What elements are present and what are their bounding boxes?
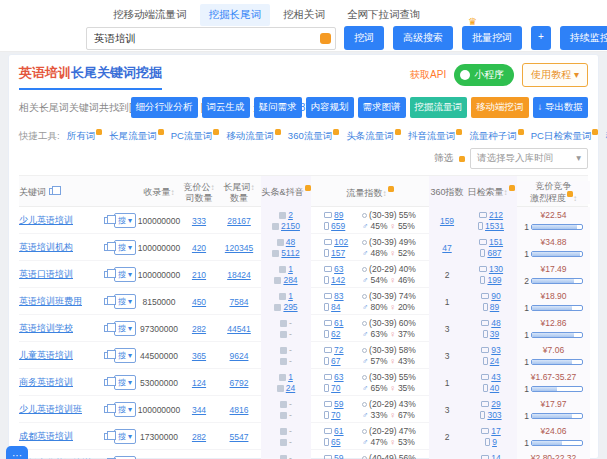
action-button-2[interactable]: 疑问需求 (254, 97, 302, 118)
col-header-bidders[interactable]: 竞价公↕司数量 (181, 182, 217, 203)
toutiao-value-link[interactable]: 2 (288, 210, 293, 220)
mobile-daily-search-link[interactable]: 303 (487, 410, 501, 420)
copy-icon[interactable] (104, 244, 111, 251)
toolbar-button-4[interactable]: 持续监控 (560, 26, 607, 50)
keyword-link[interactable]: 英语口语培训 (19, 268, 73, 281)
pc-flow-index-link[interactable]: 61 (334, 318, 343, 328)
keyword-link[interactable]: 少儿英语培训 (19, 214, 73, 227)
keyword-link[interactable]: 成都英语培训 (19, 430, 73, 443)
pc-daily-search-link[interactable]: 93 (491, 345, 500, 355)
col-header-flow-index[interactable]: 流量指数↕ (311, 186, 429, 199)
get-api-link[interactable]: 获取API (410, 68, 446, 82)
longtail-count-link[interactable]: 5547 (230, 432, 249, 442)
pc-daily-search-link[interactable]: 17 (491, 426, 500, 436)
pc-daily-search-link[interactable]: 212 (489, 210, 503, 220)
quick-tool-2[interactable]: PC流量词 (171, 130, 213, 141)
keyword-search-button[interactable]: 搜 ▾ (114, 321, 136, 336)
pc-daily-search-link[interactable]: 48 (491, 318, 500, 328)
keyword-search-button[interactable]: 搜 ▾ (114, 429, 136, 444)
pc-daily-search-link[interactable]: 43 (491, 372, 500, 382)
tab-1[interactable]: 挖掘长尾词 (200, 4, 271, 26)
action-button-0[interactable]: 细分行业分析 (131, 97, 198, 118)
pc-flow-index-link[interactable]: 61 (334, 426, 343, 436)
bidder-count-link[interactable]: 124 (192, 378, 206, 388)
toutiao-value-link[interactable]: 1 (288, 372, 293, 382)
tab-3[interactable]: 全网下拉词查询 (338, 4, 430, 26)
toolbar-button-3[interactable]: + (531, 26, 551, 50)
pc-daily-search-link[interactable]: 151 (489, 237, 503, 247)
pc-flow-index-link[interactable]: 59 (334, 399, 343, 409)
bidder-count-link[interactable]: 333 (192, 216, 206, 226)
index-360-link[interactable]: 159 (440, 216, 454, 226)
pc-daily-search-link[interactable]: 90 (491, 291, 500, 301)
mobile-flow-index-link[interactable]: 659 (331, 221, 345, 231)
mobile-daily-search-link[interactable]: 199 (487, 275, 501, 285)
mobile-daily-search-link[interactable]: 1531 (485, 221, 504, 231)
longtail-count-link[interactable]: 28167 (227, 216, 251, 226)
mobile-flow-index-link[interactable]: 67 (331, 356, 340, 366)
mobile-flow-index-link[interactable]: 142 (331, 275, 345, 285)
toutiao-value-link[interactable]: 48 (286, 237, 295, 247)
quick-tool-4[interactable]: 360流量词 (288, 130, 332, 141)
longtail-count-link[interactable]: 7584 (230, 297, 249, 307)
quick-tool-6[interactable]: 抖音流量词 (408, 130, 456, 141)
col-header-bid-competition[interactable]: 竞价竞争激烈程度↕ (517, 181, 590, 204)
longtail-count-link[interactable]: 6792 (230, 378, 249, 388)
mobile-flow-index-link[interactable]: 157 (331, 248, 345, 258)
tab-0[interactable]: 挖移动端流量词 (104, 4, 196, 26)
keyword-link[interactable]: 英语培训班费用 (19, 295, 82, 308)
mobile-daily-search-link[interactable]: 24 (490, 356, 499, 366)
action-button-3[interactable]: 内容规划 (306, 97, 354, 118)
bidder-count-link[interactable]: 282 (192, 432, 206, 442)
pc-flow-index-link[interactable]: 83 (334, 291, 343, 301)
pc-flow-index-link[interactable]: 102 (334, 237, 348, 247)
mobile-daily-search-link[interactable]: 687 (487, 248, 501, 258)
action-button-5[interactable]: 挖掘流量词 (410, 97, 468, 118)
action-button-7[interactable]: ↓ 导出数据 (533, 97, 588, 118)
keyword-link[interactable]: 商务英语培训 (19, 376, 73, 389)
mobile-daily-search-link[interactable]: 40 (490, 383, 499, 393)
toutiao-value-link[interactable]: 1 (288, 264, 293, 274)
action-button-4[interactable]: 需求图谱 (358, 97, 406, 118)
tutorial-button[interactable]: 使用教程 ▾ (522, 63, 588, 87)
mobile-daily-search-link[interactable]: 9 (492, 437, 497, 447)
mobile-flow-index-link[interactable]: 84 (331, 302, 340, 312)
pc-daily-search-link[interactable]: 29 (491, 399, 500, 409)
keyword-link[interactable]: 儿童英语培训 (19, 349, 73, 362)
longtail-count-link[interactable]: 9624 (230, 351, 249, 361)
keyword-search-button[interactable]: 搜 ▾ (114, 213, 136, 228)
index-360-link[interactable]: 47 (442, 243, 451, 253)
miniapp-button[interactable]: 小程序 (454, 64, 514, 86)
bidder-count-link[interactable]: 420 (192, 243, 206, 253)
pc-flow-index-link[interactable]: 63 (334, 264, 343, 274)
bidder-count-link[interactable]: 210 (192, 270, 206, 280)
douyin-value-link[interactable]: 24 (286, 383, 295, 393)
copy-icon[interactable] (104, 325, 111, 332)
quick-tool-3[interactable]: 移动流量词 (226, 130, 274, 141)
toolbar-button-0[interactable]: 挖词 (344, 26, 384, 50)
mobile-flow-index-link[interactable]: 62 (331, 329, 340, 339)
keyword-search-input[interactable] (87, 29, 335, 50)
bidder-count-link[interactable]: 450 (192, 297, 206, 307)
tab-2[interactable]: 挖相关词 (274, 4, 334, 26)
pc-flow-index-link[interactable]: 59 (334, 453, 343, 459)
quick-tool-7[interactable]: 流量种子词 (469, 130, 517, 141)
input-extra-icon[interactable] (320, 33, 331, 44)
pc-flow-index-link[interactable]: 89 (334, 210, 343, 220)
bidder-count-link[interactable]: 365 (192, 351, 206, 361)
douyin-value-link[interactable]: 2150 (281, 221, 300, 231)
keyword-link[interactable]: 少儿英语培训班 (19, 403, 82, 416)
douyin-value-link[interactable]: 284 (283, 275, 297, 285)
keyword-search-button[interactable]: 搜 ▾ (114, 267, 136, 282)
import-time-dropdown[interactable]: 请选择导入库时间▾ (470, 148, 588, 169)
mobile-daily-search-link[interactable]: 89 (490, 302, 499, 312)
douyin-value-link[interactable]: 5112 (281, 248, 299, 258)
quick-tool-5[interactable]: 头条流量词 (346, 130, 394, 141)
toolbar-button-2[interactable]: 批量挖词♛ (462, 26, 522, 50)
copy-icon[interactable] (104, 298, 111, 305)
keyword-search-button[interactable]: 搜 ▾ (114, 402, 136, 417)
mobile-daily-search-link[interactable]: 39 (490, 329, 499, 339)
customer-service-icon[interactable]: ··· (6, 446, 28, 459)
douyin-value-link[interactable]: 295 (283, 302, 297, 312)
col-header-toutiao-douyin[interactable]: 头条&抖音 (261, 176, 311, 208)
